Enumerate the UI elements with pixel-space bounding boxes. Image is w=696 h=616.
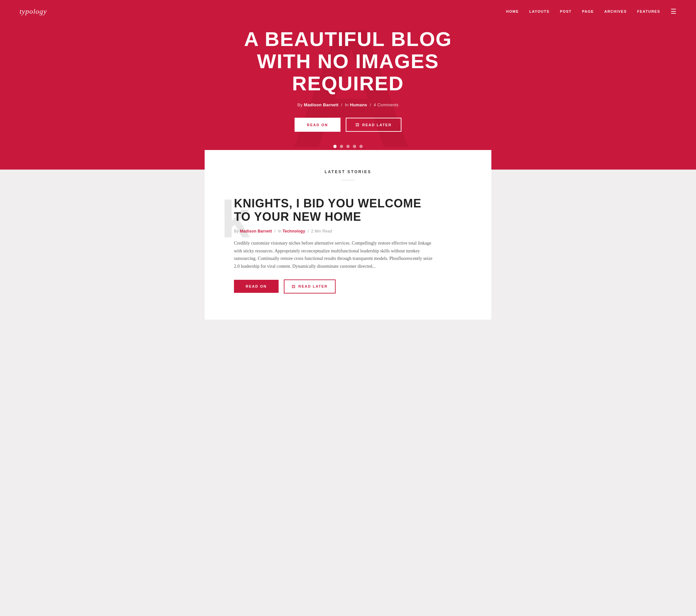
article-content: KNIGHTS, I BID YOU WELCOME TO YOUR NEW H… xyxy=(231,197,436,293)
nav-archives[interactable]: ARCHIVES xyxy=(604,10,627,13)
article-title: KNIGHTS, I BID YOU WELCOME TO YOUR NEW H… xyxy=(234,197,429,224)
nav-post[interactable]: POST xyxy=(560,10,571,13)
article-item: k KNIGHTS, I BID YOU WELCOME TO YOUR NEW… xyxy=(231,197,465,293)
nav-page[interactable]: PAGE xyxy=(582,10,594,13)
section-title: LATEST STORIES xyxy=(231,170,465,174)
hero-category-link[interactable]: Humans xyxy=(350,103,367,107)
hero-title: A BEAUTIFUL BLOG WITH NO IMAGES REQUIRED xyxy=(215,28,481,95)
hero-buttons: READ ON READ LATER xyxy=(295,118,401,132)
bookmark-icon xyxy=(355,122,360,127)
hero-read-later-label: READ LATER xyxy=(362,123,392,127)
dot-1[interactable] xyxy=(333,145,337,148)
article-author-link[interactable]: Madison Barnett xyxy=(240,229,272,233)
article-read-later-button[interactable]: READ LATER xyxy=(284,279,336,293)
article-read-time: 2 Min Read xyxy=(311,229,332,233)
nav-features[interactable]: FEATURES xyxy=(637,10,660,13)
hamburger-icon[interactable]: ☰ xyxy=(670,7,677,15)
dot-3[interactable] xyxy=(346,145,350,148)
article-read-on-button[interactable]: READ ON xyxy=(234,280,279,293)
article-category-link[interactable]: Technology xyxy=(283,229,305,233)
article-bookmark-icon xyxy=(291,284,296,289)
article-buttons: READ ON READ LATER xyxy=(234,279,436,293)
hero-read-on-button[interactable]: READ ON xyxy=(295,118,341,132)
section-divider xyxy=(342,180,354,180)
main-nav: typology HOME LAYOUTS POST PAGE ARCHIVES… xyxy=(0,0,696,23)
hero-meta: By Madison Barnett / In Humans / 4 Comme… xyxy=(298,103,398,107)
hero-author-link[interactable]: Madison Barnett xyxy=(304,103,338,107)
hero-section: A A BEAUTIFUL BLOG WITH NO IMAGES REQUIR… xyxy=(0,0,696,170)
nav-layouts[interactable]: LAYOUTS xyxy=(529,10,549,13)
hero-by-label: By xyxy=(298,103,303,107)
hero-in-label: In xyxy=(345,103,348,107)
hero-dots xyxy=(333,145,363,148)
dot-5[interactable] xyxy=(359,145,363,148)
article-meta: By Madison Barnett / In Technology / 2 M… xyxy=(234,229,436,233)
dot-2[interactable] xyxy=(340,145,343,148)
nav-links: HOME LAYOUTS POST PAGE ARCHIVES FEATURES… xyxy=(506,7,677,15)
latest-stories-section: LATEST STORIES k KNIGHTS, I BID YOU WELC… xyxy=(205,150,491,320)
hero-read-later-button[interactable]: READ LATER xyxy=(346,118,401,132)
page-wrapper: LATEST STORIES k KNIGHTS, I BID YOU WELC… xyxy=(0,170,696,365)
hero-comments: 4 Comments xyxy=(374,103,398,107)
article-read-later-label: READ LATER xyxy=(299,284,328,288)
site-logo[interactable]: typology xyxy=(19,7,47,16)
dot-4[interactable] xyxy=(353,145,356,148)
nav-home[interactable]: HOME xyxy=(506,10,519,13)
article-excerpt: Credibly customize visionary niches befo… xyxy=(234,240,436,270)
